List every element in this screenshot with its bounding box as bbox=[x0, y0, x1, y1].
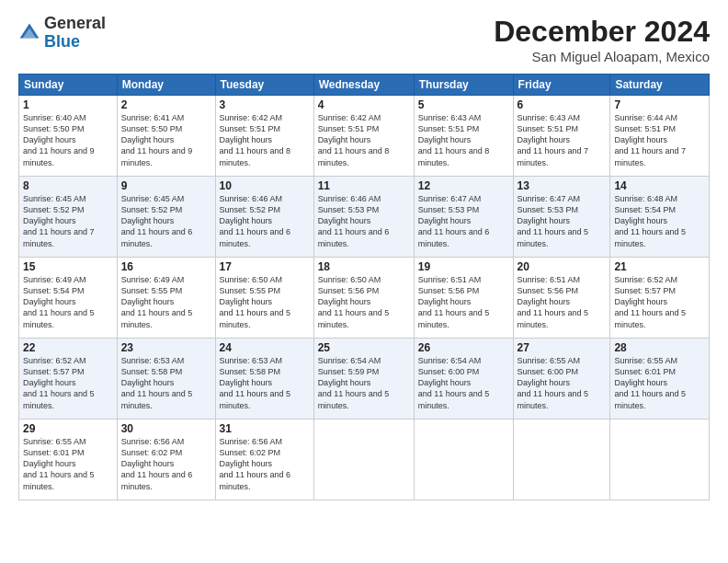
col-wednesday: Wednesday bbox=[313, 75, 414, 96]
table-row: 27 Sunrise: 6:55 AMSunset: 6:00 PMDaylig… bbox=[513, 339, 610, 419]
day-number: 24 bbox=[220, 341, 310, 354]
table-row: 13 Sunrise: 6:47 AMSunset: 5:53 PMDaylig… bbox=[513, 177, 610, 258]
table-row: 16 Sunrise: 6:49 AMSunset: 5:55 PMDaylig… bbox=[117, 258, 215, 339]
table-row: 26 Sunrise: 6:54 AMSunset: 6:00 PMDaylig… bbox=[414, 339, 513, 419]
day-number: 20 bbox=[518, 260, 607, 273]
day-number: 3 bbox=[220, 98, 310, 111]
table-row: 24 Sunrise: 6:53 AMSunset: 5:58 PMDaylig… bbox=[215, 339, 313, 419]
day-number: 11 bbox=[318, 179, 410, 192]
day-number: 6 bbox=[518, 98, 607, 111]
table-row: 31 Sunrise: 6:56 AMSunset: 6:02 PMDaylig… bbox=[215, 419, 313, 500]
day-info: Sunrise: 6:54 AMSunset: 5:59 PMDaylight … bbox=[318, 356, 390, 410]
table-row: 17 Sunrise: 6:50 AMSunset: 5:55 PMDaylig… bbox=[215, 258, 313, 339]
table-row bbox=[313, 419, 414, 500]
table-row: 25 Sunrise: 6:54 AMSunset: 5:59 PMDaylig… bbox=[313, 339, 414, 419]
logo-general: General bbox=[44, 14, 106, 32]
day-info: Sunrise: 6:51 AMSunset: 5:56 PMDaylight … bbox=[418, 275, 490, 329]
table-row: 11 Sunrise: 6:46 AMSunset: 5:53 PMDaylig… bbox=[313, 177, 414, 258]
table-row: 6 Sunrise: 6:43 AMSunset: 5:51 PMDayligh… bbox=[513, 96, 610, 177]
day-info: Sunrise: 6:50 AMSunset: 5:55 PMDaylight … bbox=[220, 275, 291, 329]
day-number: 16 bbox=[121, 260, 211, 273]
day-info: Sunrise: 6:55 AMSunset: 6:00 PMDaylight … bbox=[518, 356, 589, 410]
table-row: 9 Sunrise: 6:45 AMSunset: 5:52 PMDayligh… bbox=[117, 177, 215, 258]
header: General Blue December 2024 San Miguel Al… bbox=[18, 15, 710, 64]
day-number: 5 bbox=[418, 98, 509, 111]
table-row: 20 Sunrise: 6:51 AMSunset: 5:56 PMDaylig… bbox=[513, 258, 610, 339]
day-info: Sunrise: 6:56 AMSunset: 6:02 PMDaylight … bbox=[220, 437, 291, 491]
day-info: Sunrise: 6:52 AMSunset: 5:57 PMDaylight … bbox=[614, 275, 686, 329]
col-thursday: Thursday bbox=[414, 75, 513, 96]
table-row: 29 Sunrise: 6:55 AMSunset: 6:01 PMDaylig… bbox=[19, 419, 118, 500]
day-info: Sunrise: 6:42 AMSunset: 5:51 PMDaylight … bbox=[318, 113, 390, 167]
table-row: 21 Sunrise: 6:52 AMSunset: 5:57 PMDaylig… bbox=[610, 258, 710, 339]
day-info: Sunrise: 6:41 AMSunset: 5:50 PMDaylight … bbox=[121, 113, 193, 167]
table-row: 5 Sunrise: 6:43 AMSunset: 5:51 PMDayligh… bbox=[414, 96, 513, 177]
day-number: 13 bbox=[518, 179, 607, 192]
day-number: 22 bbox=[23, 341, 113, 354]
day-info: Sunrise: 6:42 AMSunset: 5:51 PMDaylight … bbox=[220, 113, 291, 167]
table-row: 1 Sunrise: 6:40 AMSunset: 5:50 PMDayligh… bbox=[19, 96, 118, 177]
calendar-header-row: Sunday Monday Tuesday Wednesday Thursday… bbox=[19, 75, 710, 96]
day-info: Sunrise: 6:53 AMSunset: 5:58 PMDaylight … bbox=[220, 356, 291, 410]
logo-text: General Blue bbox=[44, 15, 106, 52]
day-info: Sunrise: 6:55 AMSunset: 6:01 PMDaylight … bbox=[614, 356, 686, 410]
col-sunday: Sunday bbox=[19, 75, 118, 96]
day-info: Sunrise: 6:47 AMSunset: 5:53 PMDaylight … bbox=[418, 194, 490, 248]
day-info: Sunrise: 6:52 AMSunset: 5:57 PMDaylight … bbox=[23, 356, 95, 410]
day-info: Sunrise: 6:43 AMSunset: 5:51 PMDaylight … bbox=[418, 113, 490, 167]
day-number: 27 bbox=[518, 341, 607, 354]
day-info: Sunrise: 6:43 AMSunset: 5:51 PMDaylight … bbox=[518, 113, 589, 167]
day-number: 25 bbox=[318, 341, 410, 354]
day-info: Sunrise: 6:50 AMSunset: 5:56 PMDaylight … bbox=[318, 275, 390, 329]
table-row: 22 Sunrise: 6:52 AMSunset: 5:57 PMDaylig… bbox=[19, 339, 118, 419]
table-row bbox=[610, 419, 710, 500]
day-info: Sunrise: 6:47 AMSunset: 5:53 PMDaylight … bbox=[518, 194, 589, 248]
logo: General Blue bbox=[18, 15, 106, 52]
day-number: 4 bbox=[318, 98, 410, 111]
table-row: 19 Sunrise: 6:51 AMSunset: 5:56 PMDaylig… bbox=[414, 258, 513, 339]
table-row: 10 Sunrise: 6:46 AMSunset: 5:52 PMDaylig… bbox=[215, 177, 313, 258]
day-number: 28 bbox=[614, 341, 705, 354]
col-monday: Monday bbox=[117, 75, 215, 96]
day-number: 15 bbox=[23, 260, 113, 273]
day-number: 7 bbox=[614, 98, 705, 111]
title-block: December 2024 San Miguel Aloapam, Mexico bbox=[494, 15, 710, 64]
logo-icon bbox=[18, 22, 40, 44]
day-number: 21 bbox=[614, 260, 705, 273]
table-row bbox=[414, 419, 513, 500]
day-number: 29 bbox=[23, 422, 113, 435]
day-number: 30 bbox=[121, 422, 211, 435]
day-number: 19 bbox=[418, 260, 509, 273]
day-number: 26 bbox=[418, 341, 509, 354]
day-info: Sunrise: 6:49 AMSunset: 5:55 PMDaylight … bbox=[121, 275, 193, 329]
day-number: 31 bbox=[220, 422, 310, 435]
col-friday: Friday bbox=[513, 75, 610, 96]
day-info: Sunrise: 6:45 AMSunset: 5:52 PMDaylight … bbox=[23, 194, 95, 248]
table-row: 23 Sunrise: 6:53 AMSunset: 5:58 PMDaylig… bbox=[117, 339, 215, 419]
col-saturday: Saturday bbox=[610, 75, 710, 96]
calendar-page: General Blue December 2024 San Miguel Al… bbox=[0, 0, 728, 563]
table-row: 2 Sunrise: 6:41 AMSunset: 5:50 PMDayligh… bbox=[117, 96, 215, 177]
day-info: Sunrise: 6:40 AMSunset: 5:50 PMDaylight … bbox=[23, 113, 95, 167]
table-row: 28 Sunrise: 6:55 AMSunset: 6:01 PMDaylig… bbox=[610, 339, 710, 419]
table-row: 7 Sunrise: 6:44 AMSunset: 5:51 PMDayligh… bbox=[610, 96, 710, 177]
day-number: 9 bbox=[121, 179, 211, 192]
day-info: Sunrise: 6:55 AMSunset: 6:01 PMDaylight … bbox=[23, 437, 95, 491]
day-number: 23 bbox=[121, 341, 211, 354]
table-row: 8 Sunrise: 6:45 AMSunset: 5:52 PMDayligh… bbox=[19, 177, 118, 258]
day-info: Sunrise: 6:49 AMSunset: 5:54 PMDaylight … bbox=[23, 275, 95, 329]
day-number: 12 bbox=[418, 179, 509, 192]
day-number: 10 bbox=[220, 179, 310, 192]
day-info: Sunrise: 6:44 AMSunset: 5:51 PMDaylight … bbox=[614, 113, 686, 167]
day-number: 2 bbox=[121, 98, 211, 111]
table-row bbox=[513, 419, 610, 500]
month-title: December 2024 bbox=[494, 15, 710, 49]
location: San Miguel Aloapam, Mexico bbox=[494, 49, 710, 64]
day-info: Sunrise: 6:56 AMSunset: 6:02 PMDaylight … bbox=[121, 437, 193, 491]
day-info: Sunrise: 6:45 AMSunset: 5:52 PMDaylight … bbox=[121, 194, 193, 248]
day-info: Sunrise: 6:53 AMSunset: 5:58 PMDaylight … bbox=[121, 356, 193, 410]
calendar-table: Sunday Monday Tuesday Wednesday Thursday… bbox=[18, 74, 710, 500]
day-number: 8 bbox=[23, 179, 113, 192]
logo-blue: Blue bbox=[44, 32, 80, 51]
table-row: 3 Sunrise: 6:42 AMSunset: 5:51 PMDayligh… bbox=[215, 96, 313, 177]
